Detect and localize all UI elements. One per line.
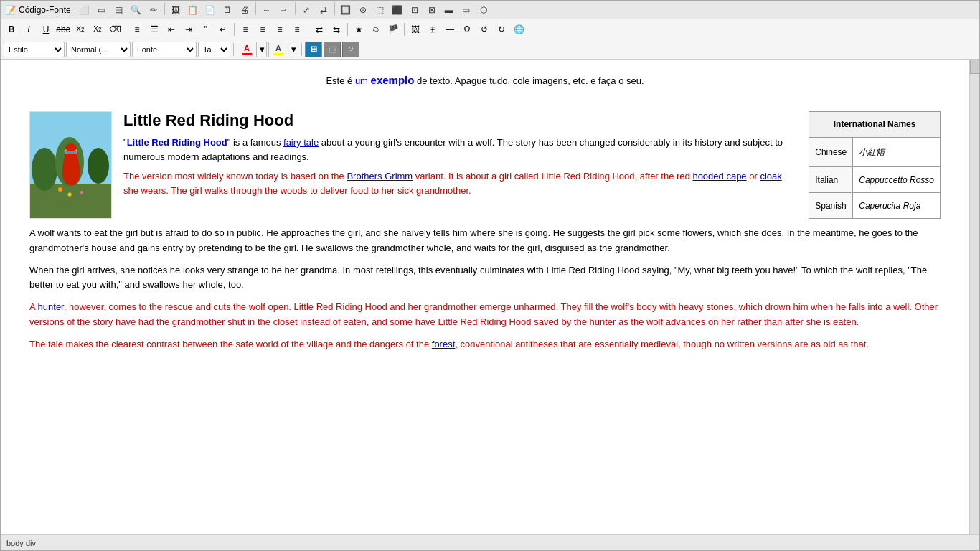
toolbar-icon-16[interactable]: ⬛ — [390, 2, 405, 18]
toolbar-icon-20[interactable]: ▭ — [458, 2, 474, 18]
toolbar-icon-13[interactable]: 🔲 — [338, 2, 354, 18]
background-color-button[interactable]: A — [268, 42, 288, 57]
table-row: Spanish Caperucita Roja — [809, 193, 941, 219]
specialchar2-button[interactable]: Ω — [459, 22, 475, 37]
toolbar-icon-17[interactable]: ⊡ — [407, 2, 423, 18]
table-header: International Names — [809, 112, 941, 138]
toolbar-icon-3[interactable]: ▤ — [111, 2, 127, 18]
um-word: um — [355, 75, 368, 86]
para6: The tale makes the clearest contrast bet… — [29, 337, 941, 352]
highlight-color-button[interactable]: A — [237, 42, 257, 57]
para1-bold-link: Little Red Riding Hood — [127, 137, 227, 148]
article-illustration — [30, 112, 112, 219]
align-center-button[interactable]: ≡ — [255, 22, 270, 37]
superscript-button[interactable]: X2 — [90, 22, 105, 37]
maximize-button[interactable]: ? — [342, 42, 359, 57]
italic-button[interactable]: I — [21, 22, 37, 37]
editor-container: Este é um exemplo de texto. Apague tudo,… — [1, 60, 979, 534]
subscript-button[interactable]: X2 — [72, 22, 88, 37]
sep-2 — [255, 2, 256, 15]
source-button[interactable]: ⊞ — [305, 42, 322, 57]
toolbar-icon-15[interactable]: ⬚ — [372, 2, 388, 18]
svg-point-7 — [58, 187, 62, 192]
editor-content[interactable]: Este é um exemplo de texto. Apague tudo,… — [1, 60, 969, 534]
help-button[interactable]: 🌐 — [511, 22, 527, 37]
toolbar-icon-7[interactable]: 📋 — [185, 2, 201, 18]
article-text-section: Little Red Riding Hood "Little Red Ridin… — [123, 111, 788, 219]
svg-point-2 — [32, 148, 57, 191]
undo2-button[interactable]: ↺ — [476, 22, 492, 37]
vertical-scrollbar[interactable] — [969, 60, 979, 534]
toolbar-icon-6[interactable]: 🖼 — [168, 2, 184, 18]
name-italian: Cappuccetto Rosso — [853, 167, 941, 193]
preview-button[interactable]: ⬚ — [324, 42, 341, 57]
sep-5 — [126, 23, 126, 36]
align-justify-button[interactable]: ≡ — [289, 22, 305, 37]
flag-button[interactable]: 🏴 — [385, 22, 401, 37]
toolbar-icon-11[interactable]: ⤢ — [298, 2, 314, 18]
align-left-button[interactable]: ≡ — [237, 22, 253, 37]
example-text-prefix: Este é um exemplo de texto. Apague tudo,… — [326, 75, 644, 86]
para5: A hunter, however, comes to the rescue a… — [29, 300, 941, 330]
sep-1 — [164, 2, 165, 15]
toolbar-icon-14[interactable]: ⊙ — [355, 2, 371, 18]
undo-button[interactable]: ← — [259, 2, 275, 18]
redo-button[interactable]: → — [276, 2, 292, 18]
font-select[interactable]: Fonte — [132, 42, 197, 57]
table-button[interactable]: ⊞ — [425, 22, 440, 37]
rtl2-button[interactable]: ⇆ — [329, 22, 344, 37]
article-image — [29, 111, 112, 219]
fairy-tale-link[interactable]: fairy tale — [283, 137, 319, 148]
scroll-thumb[interactable] — [970, 60, 979, 74]
sep-8 — [347, 23, 348, 36]
eraser-button[interactable]: ⌫ — [107, 22, 123, 37]
toolbar-icon-1[interactable]: ⬜ — [77, 2, 93, 18]
toolbar-icon-10[interactable]: 🖨 — [237, 2, 253, 18]
toolbar-icon-5[interactable]: ✏ — [146, 2, 161, 18]
status-path: body div — [6, 539, 36, 547]
cloak-link[interactable]: cloak — [760, 171, 781, 182]
hooded-cape-link[interactable]: hooded cape — [692, 171, 746, 182]
toolbar-icon-12[interactable]: ⇄ — [316, 2, 331, 18]
emoji-button[interactable]: ☺ — [368, 22, 384, 37]
underline-button[interactable]: U — [38, 22, 54, 37]
paragraph-style-select[interactable]: Normal (... — [66, 42, 131, 57]
toolbar-icon-4[interactable]: 🔍 — [128, 2, 144, 18]
image-button[interactable]: 🖼 — [407, 22, 423, 37]
svg-point-3 — [88, 148, 109, 184]
specialchar-button[interactable]: ★ — [351, 22, 367, 37]
highlight-color-bar — [273, 53, 283, 55]
brothers-grimm-link[interactable]: Brothers Grimm — [347, 171, 413, 182]
example-word: exemplo — [371, 74, 415, 86]
toolbar-icon-18[interactable]: ⊠ — [424, 2, 440, 18]
style-select[interactable]: Estilo — [4, 42, 65, 57]
bold-button[interactable]: B — [4, 22, 19, 37]
hunter-link[interactable]: hunter — [38, 301, 64, 312]
toolbar-icon-19[interactable]: ▬ — [441, 2, 457, 18]
toolbar-icon-8[interactable]: 📄 — [202, 2, 218, 18]
font-color-dropdown[interactable]: ▾ — [258, 42, 267, 57]
unordered-list-button[interactable]: ☰ — [146, 22, 162, 37]
toolbar-icon-2[interactable]: ▭ — [94, 2, 110, 18]
toolbar-icon-21[interactable]: ⬡ — [476, 2, 491, 18]
blockquote-button[interactable]: " — [198, 22, 214, 37]
sep-10 — [233, 43, 234, 56]
sep-3 — [295, 2, 296, 15]
indent-button[interactable]: ⇥ — [181, 22, 197, 37]
toolbar-icon-9[interactable]: 🗒 — [220, 2, 235, 18]
outdent-button[interactable]: ⇤ — [164, 22, 179, 37]
forest-link[interactable]: forest — [432, 339, 456, 349]
article-title: Little Red Riding Hood — [123, 111, 788, 130]
bg-color-dropdown[interactable]: ▾ — [290, 42, 298, 57]
name-chinese: 小紅帽 — [853, 137, 941, 166]
table-row: Italian Cappuccetto Rosso — [809, 167, 941, 193]
svg-point-6 — [65, 143, 77, 152]
align-right-button[interactable]: ≡ — [272, 22, 288, 37]
rtl-button[interactable]: ↵ — [215, 22, 231, 37]
ordered-list-button[interactable]: ≡ — [129, 22, 145, 37]
hr-button[interactable]: — — [442, 22, 458, 37]
ltr-button[interactable]: ⇄ — [311, 22, 327, 37]
font-size-select[interactable]: Ta... — [198, 42, 230, 57]
strikethrough-button[interactable]: abc — [55, 22, 71, 37]
redo2-button[interactable]: ↻ — [494, 22, 509, 37]
